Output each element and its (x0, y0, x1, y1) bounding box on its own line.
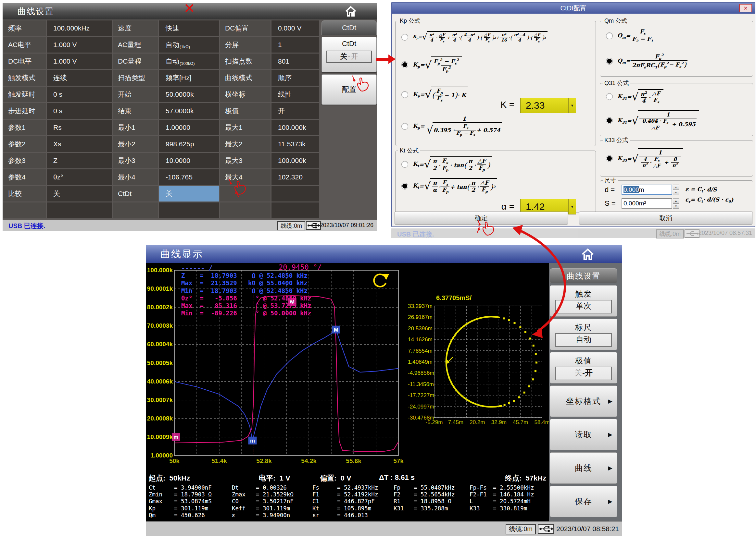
k33-formula-group: K33 公式 K33 = √14π2·Fs△F + 8π2 (600, 140, 753, 177)
s-input[interactable]: 0.000m² (622, 198, 672, 209)
formula: K31 = √10.404 · Fs△F + 0.595 (617, 110, 699, 131)
setting-value-cell[interactable]: 连续 (47, 70, 112, 86)
setting-value-cell[interactable]: 快速 (159, 20, 219, 36)
setting-value-cell[interactable]: 100.000k (271, 120, 319, 135)
k-dropdown[interactable]: 2.33▼ (520, 98, 576, 113)
measurement-cell: C1= 446.827pF (312, 498, 394, 505)
setting-value-cell[interactable]: 10.0000 (159, 153, 219, 168)
setting-value-cell[interactable]: 自动(100kΩ) (159, 53, 219, 69)
chevron-down-icon: ▼ (568, 199, 576, 214)
sidebar-tab-curve-settings[interactable]: 曲线设置 (550, 268, 617, 283)
qm-formula-group: Qm 公式 Qm = FsF2 − F1Qm = Fp22πFsRCT(Fp2 … (600, 21, 753, 77)
chart-area: mMmM ------ / 20.9450 °/ Z = 18.7903 Ω @… (146, 263, 549, 522)
radio-unselected[interactable] (401, 91, 408, 98)
y-tick: 80.0002k (147, 304, 173, 311)
screenshot-root: 曲线设置 频率100.000kHz速度快速DC偏置0.000 VAC电平1.00… (0, 0, 756, 536)
setting-label-cell: 参数1 (3, 120, 46, 135)
setting-value-cell[interactable]: 50.0000k (159, 86, 219, 102)
setting-value-cell[interactable]: 0 s (47, 86, 112, 102)
sidebar-button-2[interactable]: 标尺自动 (550, 318, 617, 350)
setting-value-cell[interactable]: 频率[Hz] (159, 70, 219, 86)
setting-label-cell: DC量程 (113, 53, 158, 69)
datetime-text: 2023/10/07 08:58:21 (556, 525, 619, 533)
setting-value-cell[interactable]: 1.00000 (159, 120, 219, 135)
setting-value-cell[interactable]: 0.000 V (271, 20, 319, 36)
setting-value-cell[interactable]: 1.000 V (47, 53, 112, 69)
sidebar-button-7[interactable]: 保存► (550, 486, 617, 517)
radio-selected[interactable] (606, 58, 613, 65)
sidebar-button-3[interactable]: 极值关-开 (550, 352, 617, 384)
setting-value-cell[interactable]: 998.625p (159, 136, 219, 152)
setting-value-cell[interactable]: 100.000kHz (47, 20, 112, 36)
setting-value-cell[interactable]: 11.5373k (271, 136, 319, 152)
setting-value-cell[interactable]: 关 (159, 186, 219, 201)
y-tick: 1.40849m (408, 359, 432, 365)
setting-value-cell[interactable]: θz° (47, 169, 112, 185)
setting-value-cell[interactable]: 0 s (47, 103, 112, 119)
settings-table: 频率100.000kHz速度快速DC偏置0.000 VAC电平1.000 VAC… (3, 20, 320, 218)
sidebar-button-6[interactable]: 曲线► (550, 452, 617, 484)
setting-value-cell[interactable]: 102.320 (271, 169, 319, 185)
s-stepper[interactable]: ▲▼ (673, 198, 679, 209)
measurement-cell: Qm= 450.626 (149, 512, 232, 519)
y-tick: -4.96856m (408, 370, 432, 376)
ctdt-config-button[interactable]: 配置 (321, 74, 377, 105)
svg-text:M: M (334, 327, 339, 333)
button-value: 单次 (555, 300, 612, 314)
radio-unselected[interactable] (401, 123, 408, 130)
epsilon-formula: ε = Ct · d/S (685, 186, 717, 193)
setting-value-cell[interactable]: -106.765 (159, 169, 219, 185)
d-input[interactable]: 0.000m (622, 184, 672, 195)
setting-value-cell[interactable]: 100.000k (271, 153, 319, 168)
setting-value-cell[interactable]: 57.0000k (159, 103, 219, 119)
close-icon[interactable]: ✕ (739, 4, 752, 12)
formula-option: Kp = √π24·△FFs + π24·(4−π24)·(△FFs)2 + π… (401, 31, 593, 43)
button-label: 触发 (550, 289, 617, 299)
setting-value-cell[interactable] (271, 186, 319, 201)
radio-unselected[interactable] (606, 32, 613, 39)
button-toggle: 关-开 (555, 367, 612, 380)
home-icon[interactable] (581, 248, 594, 260)
setting-label-cell: 曲线模式 (220, 70, 270, 86)
home-icon[interactable] (345, 6, 357, 17)
setting-value-cell[interactable] (47, 202, 112, 218)
radio-unselected[interactable] (606, 93, 613, 100)
radio-unselected[interactable] (401, 34, 408, 41)
sidebar-button-4[interactable]: 坐标格式► (550, 385, 617, 417)
setting-value-cell[interactable]: Rs (47, 120, 112, 135)
setting-value-cell[interactable]: 自动(1kΩ) (159, 37, 219, 52)
setting-value-cell[interactable]: 关 (47, 186, 112, 201)
setting-label-cell: DC电平 (3, 53, 46, 69)
setting-value-cell[interactable]: 801 (271, 53, 319, 69)
setting-label-cell: 最大4 (220, 169, 270, 185)
cancel-button[interactable]: 取消 (579, 212, 752, 224)
ok-button[interactable]: 确定 (395, 212, 568, 224)
radio-selected[interactable] (606, 155, 613, 162)
setting-value-cell[interactable]: 1 (271, 37, 319, 52)
y-tick: 60.0004k (147, 341, 173, 348)
setting-value-cell[interactable]: Xs (47, 136, 112, 152)
d-stepper[interactable]: ▲▼ (673, 184, 679, 195)
display-sidebar: 曲线设置 触发单次标尺自动极值关-开坐标格式►读取►曲线►保存► (549, 263, 622, 522)
setting-value-cell[interactable]: 线性 (271, 86, 319, 102)
setting-label-cell: 结束 (113, 103, 158, 119)
x-tick: 52.8k (250, 457, 278, 465)
button-value: 自动 (555, 333, 612, 347)
radio-selected[interactable] (401, 61, 408, 68)
sidebar-button-1[interactable]: 触发单次 (550, 285, 617, 317)
setting-value-cell[interactable] (271, 202, 319, 218)
setting-value-cell[interactable]: 1.000 V (47, 37, 112, 52)
bottom-statusbar: 线缆:0m 2023/10/07 08:58:21 (146, 521, 622, 536)
radio-selected[interactable] (401, 183, 408, 189)
setting-value-cell[interactable]: 开 (271, 103, 319, 119)
setting-value-cell[interactable]: Z (47, 153, 112, 168)
ctdt-tab[interactable]: CtDt (321, 20, 377, 35)
ctdt-toggle-button[interactable]: CtDt 关-开 (321, 37, 377, 72)
radio-unselected[interactable] (401, 161, 408, 168)
setting-value-cell[interactable]: 顺序 (271, 70, 319, 86)
radio-selected[interactable] (606, 117, 613, 124)
info-item: 起点: 50kHz (149, 473, 190, 483)
setting-value-cell[interactable] (159, 202, 219, 218)
setting-label-cell: 最大1 (220, 120, 270, 135)
sidebar-button-5[interactable]: 读取► (550, 419, 617, 450)
